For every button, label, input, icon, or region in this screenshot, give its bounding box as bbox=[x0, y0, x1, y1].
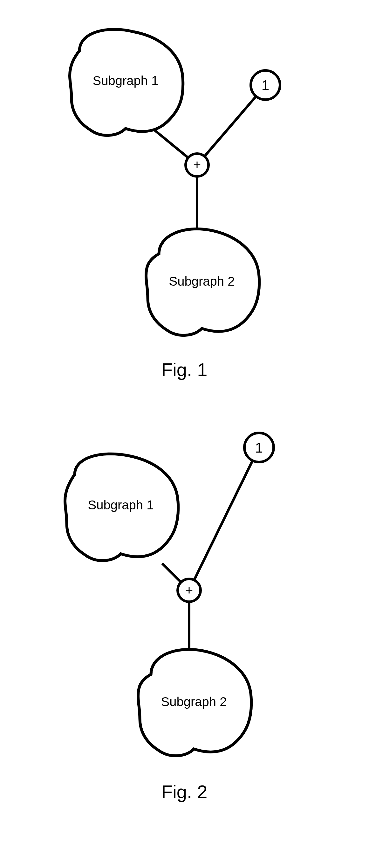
edge-plus-to-one bbox=[189, 451, 257, 590]
subgraph-1-label: Subgraph 1 bbox=[88, 498, 154, 512]
figure-2: Subgraph 1 Subgraph 2 + 1 Fig. 2 bbox=[65, 433, 274, 802]
figure-1: Subgraph 1 Subgraph 2 + 1 Fig. 1 bbox=[70, 30, 280, 380]
figure-2-caption: Fig. 2 bbox=[161, 781, 207, 802]
one-node-label: 1 bbox=[262, 78, 269, 93]
plus-node-label: + bbox=[185, 583, 193, 598]
diagram-page: Subgraph 1 Subgraph 2 + 1 Fig. 1 Sub bbox=[0, 0, 369, 868]
subgraph-2-label: Subgraph 2 bbox=[161, 695, 227, 709]
subgraph-2-label: Subgraph 2 bbox=[169, 274, 235, 288]
one-node-label: 1 bbox=[255, 440, 263, 456]
subgraph-1-label: Subgraph 1 bbox=[93, 74, 159, 88]
figure-1-caption: Fig. 1 bbox=[161, 359, 207, 380]
diagram-svg: Subgraph 1 Subgraph 2 + 1 Fig. 1 Sub bbox=[0, 0, 369, 868]
plus-node-label: + bbox=[193, 157, 201, 172]
edge-plus-to-one bbox=[197, 87, 264, 165]
